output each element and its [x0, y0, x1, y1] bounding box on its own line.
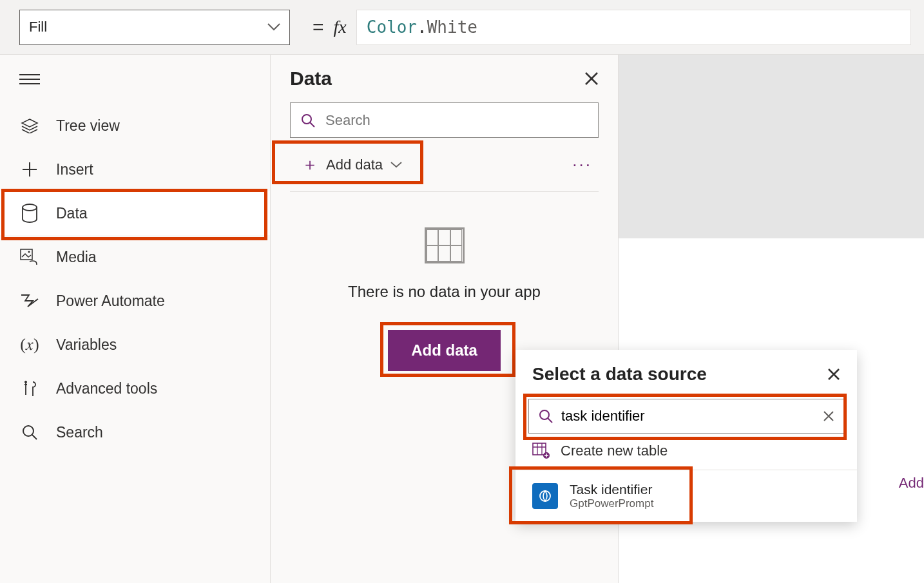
data-search-input[interactable]	[325, 112, 588, 129]
formula-token-op: .	[417, 17, 427, 37]
sidebar-item-data[interactable]: Data	[0, 191, 270, 235]
add-data-label: Add data	[326, 157, 383, 173]
fx-label: fx	[334, 17, 347, 37]
sidebar-item-label: Search	[56, 424, 103, 441]
clear-search-button[interactable]	[823, 410, 834, 422]
svg-point-4	[302, 115, 311, 124]
formula-input[interactable]: Color.White	[356, 10, 911, 45]
svg-point-3	[23, 426, 34, 436]
popup-title: Select a data source	[532, 364, 707, 385]
svg-rect-6	[533, 443, 546, 455]
sidebar-item-label: Advanced tools	[56, 380, 157, 397]
right-add-label[interactable]: Add	[899, 475, 924, 492]
popup-search-input[interactable]	[561, 408, 815, 425]
formula-bar: Fill = fx Color.White	[0, 0, 924, 55]
search-icon	[19, 422, 40, 443]
more-button[interactable]: ···	[572, 155, 592, 175]
sidebar-item-label: Media	[56, 249, 97, 266]
sidebar-item-search[interactable]: Search	[0, 410, 270, 454]
chevron-down-icon	[390, 162, 402, 168]
plus-icon	[19, 159, 40, 180]
result-name: Task identifier	[570, 482, 653, 497]
variable-icon: (𝑥)	[19, 334, 40, 355]
result-subtitle: GptPowerPrompt	[570, 497, 653, 510]
data-search-box[interactable]	[290, 102, 599, 138]
property-name: Fill	[29, 19, 47, 35]
data-source-popup: Select a data source Create new table Ta…	[515, 350, 857, 522]
equals-label: =	[313, 16, 324, 38]
formula-token-type: Color	[367, 17, 417, 37]
layers-icon	[19, 115, 40, 136]
svg-point-8	[540, 491, 550, 501]
hamburger-button[interactable]	[19, 74, 40, 84]
create-new-table-label: Create new table	[561, 443, 668, 459]
popup-search-box[interactable]	[528, 399, 844, 434]
sidebar-item-label: Power Automate	[56, 292, 165, 310]
sidebar-item-insert[interactable]: Insert	[0, 148, 270, 191]
svg-point-5	[540, 410, 549, 419]
formula-token-member: White	[427, 17, 477, 37]
plus-icon: ＋	[302, 153, 318, 176]
search-icon	[300, 113, 316, 128]
property-dropdown[interactable]: Fill	[19, 10, 290, 45]
tools-icon	[19, 378, 40, 399]
add-data-button[interactable]: Add data	[388, 330, 501, 371]
empty-message: There is no data in your app	[348, 283, 541, 301]
sidebar-item-label: Tree view	[56, 117, 120, 135]
sidebar-item-power-automate[interactable]: Power Automate	[0, 279, 270, 323]
table-icon	[425, 227, 465, 263]
panel-title: Data	[290, 68, 332, 90]
chevron-down-icon	[267, 23, 280, 31]
sidebar-item-label: Data	[56, 205, 88, 222]
search-icon	[538, 408, 553, 424]
left-sidebar: Tree view Insert Data Media	[0, 55, 271, 583]
add-data-dropdown[interactable]: ＋ Add data	[290, 146, 414, 184]
sidebar-item-label: Variables	[56, 336, 117, 354]
close-popup-button[interactable]	[827, 368, 840, 381]
sidebar-item-tree-view[interactable]: Tree view	[0, 104, 270, 148]
datasource-result[interactable]: Task identifier GptPowerPrompt	[515, 470, 857, 522]
svg-point-2	[28, 251, 30, 253]
sidebar-item-variables[interactable]: (𝑥) Variables	[0, 323, 270, 367]
ai-model-icon	[532, 483, 558, 509]
create-new-table[interactable]: Create new table	[515, 440, 857, 470]
new-table-icon	[532, 443, 550, 459]
sidebar-item-media[interactable]: Media	[0, 235, 270, 279]
flow-icon	[19, 291, 40, 311]
close-panel-button[interactable]	[584, 72, 599, 86]
svg-point-0	[23, 204, 37, 211]
sidebar-item-advanced-tools[interactable]: Advanced tools	[0, 367, 270, 410]
database-icon	[19, 203, 40, 224]
sidebar-item-label: Insert	[56, 161, 93, 178]
media-icon	[19, 247, 40, 267]
